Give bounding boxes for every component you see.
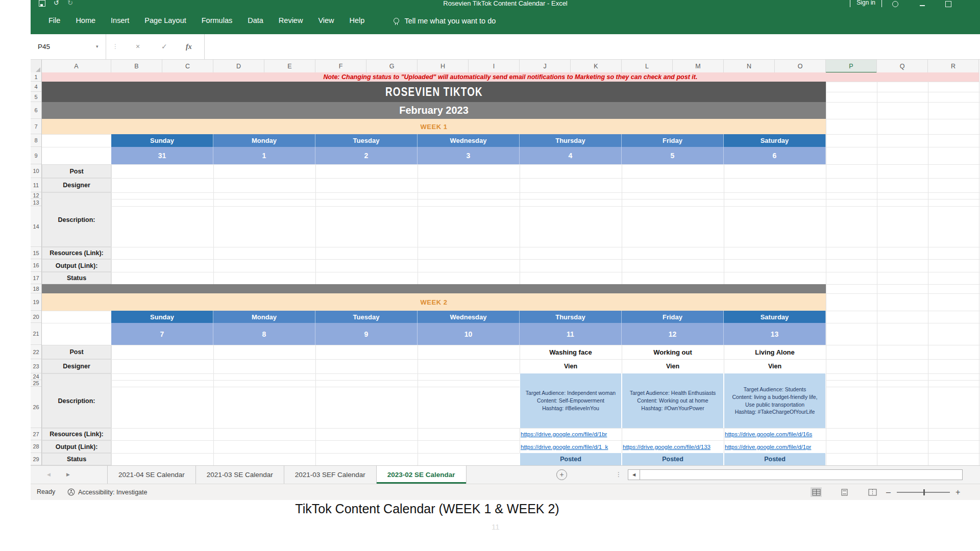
week2-date-saturday[interactable]: 13 (724, 323, 826, 345)
row-header-27[interactable]: 27 (31, 428, 41, 440)
zoom-slider-thumb[interactable] (923, 489, 925, 495)
sheet-tab-2021-04-se-calendar[interactable]: 2021-04 SE Calendar (107, 466, 196, 484)
row-header-4[interactable]: 4 (31, 82, 41, 92)
resources-link-thursday[interactable]: https://drive.google.com/file/d/1br (520, 428, 622, 440)
ribbon-tab-view[interactable]: View (310, 7, 341, 34)
redo-icon[interactable]: ↻ (67, 0, 73, 7)
tab-options-icon[interactable]: ⋮ (616, 466, 622, 484)
column-header-a[interactable]: A (42, 60, 111, 73)
column-header-q[interactable]: Q (877, 60, 928, 73)
minimize-icon[interactable] (920, 1, 925, 6)
row-header-10[interactable]: 10 (31, 164, 41, 178)
week2-date-sunday[interactable]: 7 (111, 323, 213, 345)
column-header-m[interactable]: M (673, 60, 724, 73)
week1-date-saturday[interactable]: 6 (724, 147, 826, 164)
column-header-b[interactable]: B (111, 60, 162, 73)
week1-date-tuesday[interactable]: 2 (315, 147, 418, 164)
row-header-20[interactable]: 20 (31, 311, 41, 323)
column-header-g[interactable]: G (366, 60, 418, 73)
status-cell-friday[interactable]: Posted (622, 453, 724, 465)
week1-date-friday[interactable]: 5 (622, 147, 724, 164)
page-layout-view-icon[interactable] (839, 487, 850, 497)
ribbon-tab-page-layout[interactable]: Page Layout (137, 7, 193, 34)
column-header-p[interactable]: P (826, 60, 877, 73)
column-header-i[interactable]: I (469, 60, 520, 73)
ribbon-tab-insert[interactable]: Insert (103, 7, 137, 34)
cancel-icon[interactable]: × (136, 34, 140, 59)
output-link-saturday[interactable]: https://drive.google.com/file/d/1pr (724, 440, 826, 453)
sheet-tab-2021-03-se-calendar[interactable]: 2021-03 SE Calendar (196, 466, 284, 484)
sheet-tab-2023-02-se-calendar[interactable]: 2023-02 SE Calendar (377, 466, 467, 484)
insert-function-icon[interactable]: fx (186, 34, 192, 59)
row-header-21[interactable]: 21 (31, 323, 41, 345)
row-header-14[interactable]: 14 (31, 206, 41, 247)
new-sheet-icon[interactable]: + (556, 469, 567, 480)
hscroll-left-icon[interactable]: ◀ (628, 469, 640, 480)
week1-date-thursday[interactable]: 4 (520, 147, 622, 164)
column-header-r[interactable]: R (928, 60, 979, 73)
ribbon-tab-formulas[interactable]: Formulas (194, 7, 240, 34)
week2-date-wednesday[interactable]: 10 (418, 323, 520, 345)
zoom-slider[interactable] (897, 492, 950, 493)
column-header-l[interactable]: L (622, 60, 673, 73)
week2-date-thursday[interactable]: 11 (520, 323, 622, 345)
column-header-e[interactable]: E (264, 60, 315, 73)
row-header-19[interactable]: 19 (31, 293, 41, 311)
status-cell-saturday[interactable]: Posted (724, 453, 826, 465)
undo-icon[interactable]: ↺ (54, 0, 59, 7)
designer-cell-thursday[interactable]: Vien (520, 359, 622, 373)
description-cell-saturday[interactable]: Target Audience: Students Content: livin… (724, 373, 826, 428)
output-link-friday[interactable]: https://drive.google.com/file/d/133 (622, 440, 724, 453)
row-header-13[interactable]: 13 (31, 199, 41, 206)
sheet-nav-next-icon[interactable]: ▶ (66, 466, 70, 484)
name-box[interactable]: P45 (31, 34, 106, 59)
ribbon-tab-help[interactable]: Help (342, 7, 373, 34)
enter-icon[interactable]: ✓ (161, 34, 167, 59)
designer-cell-saturday[interactable]: Vien (724, 359, 826, 373)
page-break-view-icon[interactable] (867, 487, 878, 497)
column-header-d[interactable]: D (213, 60, 264, 73)
week2-date-monday[interactable]: 8 (213, 323, 315, 345)
row-header-29[interactable]: 29 (31, 453, 41, 465)
column-header-h[interactable]: H (418, 60, 469, 73)
row-header-7[interactable]: 7 (31, 119, 41, 134)
horizontal-scrollbar[interactable] (640, 469, 963, 480)
account-icon[interactable] (892, 1, 898, 7)
normal-view-icon[interactable] (811, 487, 822, 497)
description-cell-friday[interactable]: Target Audience: Health Enthusiasts Cont… (622, 373, 724, 428)
row-header-26[interactable]: 26 (31, 387, 41, 428)
column-header-c[interactable]: C (162, 60, 213, 73)
week2-date-friday[interactable]: 12 (622, 323, 724, 345)
row-header-28[interactable]: 28 (31, 440, 41, 453)
row-header-23[interactable]: 23 (31, 359, 41, 373)
sheet-nav-prev-icon[interactable]: ◀ (47, 466, 51, 484)
tell-me-box[interactable]: Tell me what you want to do (394, 17, 496, 25)
week2-date-tuesday[interactable]: 9 (315, 323, 418, 345)
ribbon-tab-file[interactable]: File (41, 7, 68, 34)
row-header-1[interactable]: 1 (31, 72, 41, 82)
row-header-5[interactable]: 5 (31, 92, 41, 102)
row-header-18[interactable]: 18 (31, 284, 41, 293)
post-cell-saturday[interactable]: Living Alone (724, 345, 826, 359)
restore-window-icon[interactable] (945, 1, 951, 7)
column-header-k[interactable]: K (571, 60, 622, 73)
accessibility-status[interactable]: Accessibility: Investigate (67, 484, 147, 500)
designer-cell-friday[interactable]: Vien (622, 359, 724, 373)
status-cell-thursday[interactable]: Posted (520, 453, 622, 465)
row-header-11[interactable]: 11 (31, 178, 41, 192)
row-header-24[interactable]: 24 (31, 373, 41, 380)
column-header-o[interactable]: O (775, 60, 826, 73)
week1-date-wednesday[interactable]: 3 (418, 147, 520, 164)
ribbon-tab-review[interactable]: Review (271, 7, 311, 34)
row-header-16[interactable]: 16 (31, 259, 41, 272)
output-link-thursday[interactable]: https://drive.google.com/file/d/1_k (520, 440, 622, 453)
resources-link-saturday[interactable]: https://drive.google.com/file/d/16s (724, 428, 826, 440)
column-header-n[interactable]: N (724, 60, 775, 73)
zoom-out-icon[interactable]: – (886, 484, 891, 500)
formula-input[interactable] (204, 34, 980, 59)
select-all-corner[interactable] (31, 60, 42, 73)
ribbon-tab-data[interactable]: Data (240, 7, 271, 34)
worksheet-grid[interactable]: Note: Changing status to "Uploaded" will… (42, 72, 980, 465)
sheet-tab-2021-03-sef-calendar[interactable]: 2021-03 SEF Calendar (284, 466, 377, 484)
week1-date-sunday[interactable]: 31 (111, 147, 213, 164)
